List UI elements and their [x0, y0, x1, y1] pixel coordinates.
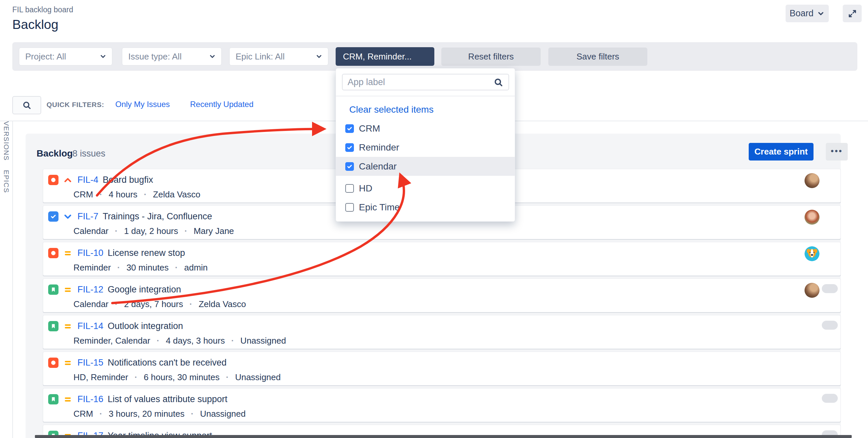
issue-type-filter-value: Issue type: All: [128, 52, 181, 62]
quick-filter-recently-updated[interactable]: Recently Updated: [190, 100, 253, 109]
issue-row[interactable]: FIL-12 Google integration Calendar2 days…: [43, 279, 841, 312]
breadcrumb[interactable]: FIL backlog board: [12, 5, 73, 14]
assignee-avatar: [805, 173, 819, 188]
priority-icon: [63, 395, 72, 404]
backlog-issue-count: 8 issues: [72, 149, 105, 159]
more-actions-button[interactable]: •••: [826, 143, 848, 160]
epic-link-filter-value: Epic Link: All: [236, 52, 284, 62]
app-label-search-input[interactable]: [342, 74, 509, 90]
search-button[interactable]: [12, 96, 41, 114]
chevron-down-icon: [315, 53, 323, 60]
assignee-avatar: [805, 210, 819, 225]
issue-title-line: FIL-16 List of values attribute support: [43, 388, 840, 404]
window-bottom-edge: [35, 435, 852, 438]
issue-meta: CRM3 hours, 20 minutesUnassigned: [73, 409, 840, 419]
issue-title-line: FIL-15 Notifications can't be received: [43, 352, 840, 368]
epic-link-filter-select[interactable]: Epic Link: All: [229, 48, 328, 65]
clear-selected-items-link[interactable]: Clear selected items: [349, 104, 434, 115]
issue-assignee: Unassigned: [200, 409, 246, 419]
priority-icon: [63, 285, 72, 294]
issue-type-icon: [48, 211, 59, 222]
issue-labels: CRM: [73, 189, 93, 200]
issue-estimate: 1 day, 2 hours: [124, 226, 178, 236]
option-label: HD: [359, 183, 372, 194]
issue-type-icon: [48, 394, 59, 404]
side-rail-divider: [12, 121, 13, 438]
option-checkbox[interactable]: [345, 162, 354, 171]
assignee-avatar: [805, 246, 819, 261]
issue-summary: Outlook integration: [108, 321, 183, 331]
reset-filters-button[interactable]: Reset filters: [441, 48, 541, 66]
issue-labels: Reminder: [73, 262, 111, 273]
chevron-down-icon: [99, 53, 107, 60]
dot-separator: [226, 372, 229, 382]
board-menu-button[interactable]: Board: [785, 5, 829, 22]
issue-title-line: FIL-12 Google integration: [43, 279, 840, 295]
app-label-option[interactable]: Reminder: [336, 138, 515, 157]
app-label-filter-button[interactable]: CRM, Reminder...: [336, 47, 434, 66]
side-rail-versions[interactable]: VERSIONS: [2, 121, 10, 161]
issue-summary: Notifications can't be received: [108, 357, 227, 368]
option-label: Calendar: [359, 161, 397, 172]
issue-type-icon: [48, 357, 59, 368]
estimate-pill: [822, 394, 838, 403]
app-label-dropdown: Clear selected items CRM Reminder Calend…: [336, 68, 515, 222]
dot-separator: [99, 189, 102, 200]
project-filter-select[interactable]: Project: All: [19, 48, 112, 65]
issue-estimate: 6 hours, 30 minutes: [144, 372, 219, 382]
issue-estimate: 4 days, 3 hours: [166, 336, 225, 346]
issue-row[interactable]: FIL-14 Outlook integration Reminder, Cal…: [43, 315, 841, 349]
app-label-option[interactable]: CRM: [336, 119, 515, 138]
issue-key[interactable]: FIL-7: [78, 211, 98, 222]
issue-labels: CRM: [73, 409, 93, 419]
issue-row[interactable]: FIL-10 License renew stop Reminder30 min…: [43, 242, 841, 276]
option-checkbox[interactable]: [345, 143, 354, 152]
priority-icon: [63, 322, 72, 331]
issue-key[interactable]: FIL-10: [78, 248, 103, 258]
dot-separator: [99, 409, 102, 419]
issue-key[interactable]: FIL-12: [78, 284, 103, 295]
issue-title-line: FIL-10 License renew stop: [43, 242, 840, 258]
issue-type-icon: [48, 284, 59, 295]
estimate-pill: [822, 284, 838, 293]
project-filter-value: Project: All: [25, 52, 66, 62]
assignee-avatar: [805, 283, 819, 298]
issue-key[interactable]: FIL-16: [78, 394, 103, 404]
app-label-option[interactable]: HD: [336, 179, 515, 198]
board-menu-label: Board: [789, 8, 813, 19]
app-label-option[interactable]: Epic Time: [336, 198, 515, 217]
priority-icon: [63, 249, 72, 258]
option-checkbox[interactable]: [345, 203, 354, 212]
create-sprint-button[interactable]: Create sprint: [749, 143, 813, 160]
issue-estimate: 4 hours: [108, 189, 137, 200]
issue-type-icon: [48, 321, 59, 331]
dot-separator: [191, 409, 194, 419]
issue-row[interactable]: FIL-15 Notifications can't be received H…: [43, 352, 841, 385]
dot-separator: [115, 299, 118, 309]
app-label-option[interactable]: Calendar: [336, 157, 515, 176]
page-title: Backlog: [12, 17, 59, 32]
issue-meta: Reminder, Calendar4 days, 3 hoursUnassig…: [73, 336, 840, 346]
issue-estimate: 30 minutes: [126, 262, 168, 273]
issue-key[interactable]: FIL-4: [78, 175, 98, 185]
save-filters-button[interactable]: Save filters: [548, 48, 647, 66]
option-checkbox[interactable]: [345, 184, 354, 193]
issue-meta: Calendar1 day, 2 hoursMary Jane: [73, 226, 840, 236]
issue-type-filter-select[interactable]: Issue type: All: [122, 48, 222, 65]
issue-meta: Reminder30 minutesadmin: [73, 262, 840, 273]
issue-summary: Board bugfix: [103, 175, 153, 185]
issue-key[interactable]: FIL-14: [78, 321, 103, 331]
expand-button[interactable]: [843, 5, 862, 22]
option-checkbox[interactable]: [345, 124, 354, 133]
issue-assignee: Zelda Vasco: [199, 299, 246, 309]
quick-filter-only-my-issues[interactable]: Only My Issues: [115, 100, 170, 109]
priority-icon: [63, 358, 72, 368]
chevron-down-icon: [817, 10, 825, 18]
issue-summary: List of values attribute support: [108, 394, 227, 404]
side-rail-epics[interactable]: EPICS: [2, 170, 10, 193]
issue-summary: Google integration: [108, 284, 181, 295]
dot-separator: [231, 336, 234, 346]
estimate-pill: [822, 321, 838, 330]
issue-key[interactable]: FIL-15: [78, 357, 103, 368]
issue-row[interactable]: FIL-16 List of values attribute support …: [43, 388, 841, 422]
